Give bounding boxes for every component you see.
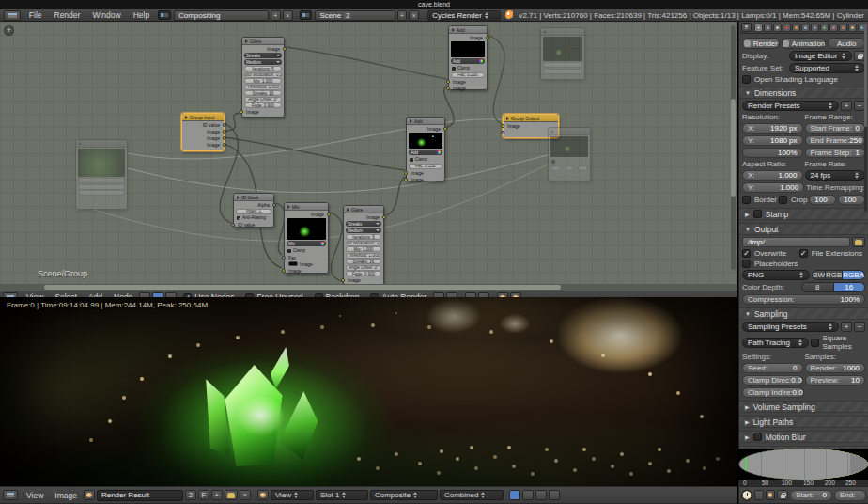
menu-file[interactable]: File — [23, 9, 48, 21]
alpha-output-socket[interactable] — [272, 203, 276, 207]
blend-mode-dropdown[interactable]: Add — [451, 58, 485, 64]
sampling-panel-header[interactable]: ▼Sampling — [739, 307, 868, 320]
osl-checkbox[interactable]: Open Shading Language — [742, 75, 838, 84]
tab-modifiers[interactable] — [811, 24, 819, 32]
menu-window[interactable]: Window — [86, 9, 126, 21]
node-header[interactable]: Glare — [242, 38, 284, 45]
render-engine-dropdown[interactable]: Cycles Render — [427, 10, 500, 21]
add-preset-button[interactable]: + — [841, 322, 852, 332]
image-output-socket[interactable] — [382, 215, 386, 219]
light-paths-panel-header[interactable]: ▶Light Paths — [739, 416, 868, 428]
properties-editor[interactable]: Render Animation Audio Display: Image Ed… — [738, 22, 868, 449]
seed-field[interactable]: Seed:0 — [742, 363, 803, 373]
node-header[interactable]: ID Mask — [234, 194, 273, 201]
color-modulation-field[interactable]: Color Modulation: 0.25 — [244, 72, 282, 78]
stamp-checkbox[interactable] — [753, 210, 762, 218]
streaks-field[interactable]: Streaks: 16 — [346, 259, 381, 264]
node-field[interactable] — [578, 165, 588, 171]
angle-offset-field[interactable]: Angle Offset: 0° — [346, 265, 381, 271]
frame-step-field[interactable]: Frame Step:1 — [805, 148, 866, 158]
node-field[interactable] — [78, 190, 125, 196]
node-header[interactable]: Mix — [285, 203, 328, 211]
color-modulation-field[interactable]: Color Modulation: 0.25 — [346, 241, 381, 246]
timeline[interactable] — [738, 449, 868, 480]
stamp-panel-header[interactable]: ▶Stamp — [739, 208, 868, 220]
render-button[interactable]: Render — [742, 38, 780, 49]
delete-scene-button[interactable]: × — [409, 10, 419, 21]
clamp-checkbox[interactable]: Clamp — [407, 156, 444, 163]
sampling-presets-dropdown[interactable]: Sampling Presets — [742, 322, 839, 332]
image-input-socket[interactable] — [404, 171, 408, 175]
collapse-icon[interactable] — [452, 28, 455, 32]
node-id-mask[interactable]: ID Mask Alpha Index: 1 ✓Anti-Aliasing ID… — [233, 193, 274, 228]
node-add-top[interactable]: Add Image Add Clamp Fac: 0.200 Image Ima… — [448, 25, 488, 90]
resolution-x-field[interactable]: X:1920 px — [742, 123, 803, 134]
view-dropdown[interactable]: View — [271, 490, 314, 500]
image-input-socket[interactable] — [501, 124, 504, 128]
node-header[interactable] — [541, 28, 584, 36]
iterations-field[interactable]: Iterations: 5 — [346, 234, 381, 240]
audio-button[interactable]: Audio — [828, 38, 865, 49]
fake-user-button[interactable]: F — [198, 490, 209, 500]
tab-scene[interactable] — [773, 24, 782, 32]
image-output-socket[interactable] — [486, 36, 489, 39]
timeline-playhead[interactable] — [745, 449, 747, 480]
clamp-checkbox[interactable]: Clamp — [285, 247, 328, 254]
output-path-field[interactable]: /tmp/ — [742, 237, 850, 247]
glare-quality-dropdown[interactable]: Medium — [346, 228, 381, 233]
node-field[interactable] — [550, 165, 561, 171]
anti-aliasing-checkbox[interactable]: ✓Anti-Aliasing — [234, 214, 273, 221]
image-output-socket[interactable] — [443, 127, 447, 131]
node-editor[interactable]: + Glare Image Streaks Medium Iterations:… — [0, 22, 737, 284]
glare-quality-dropdown[interactable]: Medium — [244, 59, 282, 65]
image-editor-type-icon[interactable] — [3, 490, 18, 500]
crop-checkbox[interactable]: Crop — [779, 196, 807, 204]
tab-material[interactable] — [829, 24, 838, 32]
tab-constraints[interactable] — [801, 24, 810, 32]
collapse-icon[interactable] — [410, 119, 412, 123]
glare-type-dropdown[interactable]: Streaks — [346, 221, 381, 227]
zbuffer-channel-icon[interactable] — [535, 490, 547, 500]
image-output-socket[interactable] — [283, 47, 287, 51]
node-group-input[interactable]: Group Input ID value Image Image Image — [181, 113, 225, 151]
add-scene-button[interactable]: + — [397, 10, 408, 21]
remap-new-field[interactable]: 100 — [838, 195, 865, 205]
toolbar-expand-icon[interactable]: + — [4, 25, 14, 36]
node-header[interactable]: Add — [449, 26, 487, 34]
start-frame-field[interactable]: Start:0 — [790, 490, 832, 501]
feature-set-dropdown[interactable]: Supported — [789, 63, 865, 73]
scene-user-count[interactable]: 2 — [344, 12, 351, 19]
placeholders-checkbox[interactable]: Placeholders — [742, 260, 798, 268]
menu-image[interactable]: Image — [50, 491, 82, 500]
preview-samples-field[interactable]: Preview:10 — [805, 375, 866, 386]
node-checkbox[interactable] — [549, 158, 590, 165]
fade-field[interactable]: Fade: 0.900 — [346, 271, 381, 276]
resolution-y-field[interactable]: Y:1080 px — [742, 135, 803, 146]
angle-offset-field[interactable]: Angle Offset: 0° — [244, 97, 282, 102]
glare-type-dropdown[interactable]: Streaks — [244, 53, 282, 58]
motion-blur-panel-header[interactable]: ▶Motion Blur — [739, 431, 868, 443]
screen-layout-dropdown[interactable]: Compositing — [174, 10, 269, 21]
color-swatch[interactable] — [288, 261, 298, 266]
fac-input-socket[interactable] — [282, 256, 286, 260]
scene-icon[interactable] — [300, 10, 313, 20]
muted-node-viewer[interactable] — [548, 127, 591, 181]
node-mix[interactable]: Mix Image Mix Clamp Fac Image Image — [284, 202, 329, 274]
tab-object-data[interactable] — [820, 24, 829, 32]
image-input-socket[interactable] — [404, 178, 408, 181]
depth-8-button[interactable]: 8 — [801, 282, 833, 292]
motion-blur-checkbox[interactable] — [753, 433, 762, 441]
threshold-field[interactable]: Threshold: 1.000 — [346, 253, 381, 259]
node-header[interactable]: Group Input — [182, 114, 224, 121]
node-header[interactable]: Glare — [344, 206, 383, 213]
node-field[interactable] — [543, 69, 582, 74]
tab-texture[interactable] — [839, 24, 847, 32]
clamp-indirect-field[interactable]: Clamp Indire:0.00 — [742, 387, 804, 398]
iterations-field[interactable]: Iterations: 5 — [244, 66, 282, 71]
node-header[interactable] — [549, 128, 590, 135]
mix-field[interactable]: Mix: 1.000 — [346, 246, 381, 252]
rgb-channels-icon[interactable] — [509, 490, 520, 500]
square-samples-checkbox[interactable]: Square Samples — [811, 334, 866, 351]
depth-16-button[interactable]: 16 — [833, 282, 865, 292]
screen-layout-icon[interactable] — [158, 10, 171, 20]
